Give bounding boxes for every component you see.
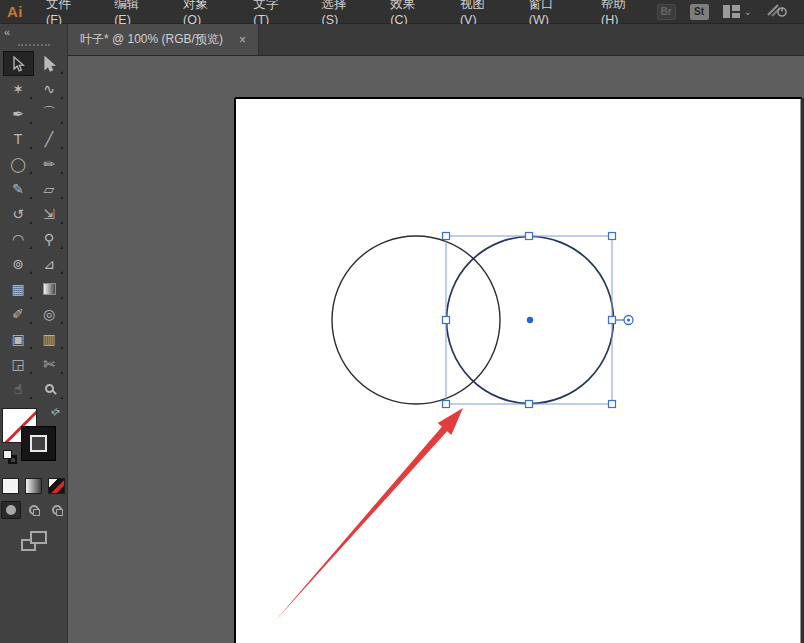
swap-fill-stroke-icon[interactable]: ⇆ bbox=[48, 405, 62, 419]
fill-stroke-widget: ⇆ bbox=[0, 408, 68, 468]
sync-status-icon[interactable] bbox=[766, 2, 788, 22]
rotate-tool[interactable]: ↺ bbox=[3, 201, 34, 226]
mesh-tool[interactable]: ▦ bbox=[3, 276, 34, 301]
selection-center-point[interactable] bbox=[527, 317, 533, 323]
document-tab-bar: 叶子* @ 100% (RGB/预览) × bbox=[68, 24, 804, 56]
perspective-grid-tool[interactable]: ⊿ bbox=[34, 251, 65, 276]
menu-item-6[interactable]: 视图(V) bbox=[446, 0, 515, 23]
drawing-modes-row bbox=[0, 501, 67, 519]
menu-bar: Ai 文件(F)编辑(E)对象(O)文字(T)选择(S)效果(C)视图(V)窗口… bbox=[0, 0, 804, 24]
draw-behind-mode[interactable] bbox=[24, 501, 44, 519]
selection-handle-3[interactable] bbox=[443, 317, 450, 324]
menu-items: 文件(F)编辑(E)对象(O)文字(T)选择(S)效果(C)视图(V)窗口(W)… bbox=[32, 0, 657, 23]
live-shape-widget-dot bbox=[627, 318, 630, 321]
illustrator-window: Ai 文件(F)编辑(E)对象(O)文字(T)选择(S)效果(C)视图(V)窗口… bbox=[0, 0, 804, 643]
selection-tool[interactable] bbox=[3, 51, 34, 76]
none-button[interactable] bbox=[48, 478, 65, 494]
color-button[interactable] bbox=[2, 478, 19, 494]
right-edge-strip bbox=[801, 98, 804, 643]
type-tool[interactable]: T bbox=[3, 126, 34, 151]
ellipse-tool[interactable]: ◯ bbox=[3, 151, 34, 176]
paintbrush-tool[interactable]: ✏ bbox=[34, 151, 65, 176]
document-tab[interactable]: 叶子* @ 100% (RGB/预览) × bbox=[68, 24, 259, 55]
menubar-right-icons: Br St ⌄ bbox=[657, 2, 804, 22]
eraser-tool[interactable]: ▱ bbox=[34, 176, 65, 201]
puppet-warp-tool[interactable]: ⚲ bbox=[34, 226, 65, 251]
chevron-down-icon: ⌄ bbox=[744, 6, 752, 17]
lasso-tool[interactable]: ∿ bbox=[34, 76, 65, 101]
selection-handle-2[interactable] bbox=[609, 233, 616, 240]
draw-inside-mode[interactable] bbox=[47, 501, 67, 519]
selection-handle-5[interactable] bbox=[443, 401, 450, 408]
workspace-layout-icon bbox=[723, 5, 740, 18]
menu-item-8[interactable]: 帮助(H) bbox=[587, 0, 657, 23]
line-segment-tool[interactable]: ╱ bbox=[34, 126, 65, 151]
pen-tool[interactable]: ✒ bbox=[3, 101, 34, 126]
zoom-tool[interactable] bbox=[34, 376, 65, 401]
selection-handle-4[interactable] bbox=[609, 317, 616, 324]
tools-grid: ✶∿✒⌒T╱◯✏✎▱↺⇲◠⚲⊚⊿▦✐◎▣▥◲✄☝ bbox=[0, 51, 67, 401]
shape-builder-tool[interactable]: ⊚ bbox=[3, 251, 34, 276]
slice-tool[interactable]: ✄ bbox=[34, 351, 65, 376]
gradient-button[interactable] bbox=[25, 478, 42, 494]
stroke-color-swatch[interactable] bbox=[21, 426, 56, 461]
pencil-tool[interactable]: ✎ bbox=[3, 176, 34, 201]
curvature-tool[interactable]: ⌒ bbox=[34, 101, 65, 126]
color-buttons-row bbox=[0, 478, 67, 494]
blend-tool[interactable]: ◎ bbox=[34, 301, 65, 326]
collapse-panel-button[interactable]: « bbox=[0, 24, 67, 38]
width-tool[interactable]: ◠ bbox=[3, 226, 34, 251]
screen-mode-button[interactable] bbox=[21, 531, 47, 551]
workspace-switcher[interactable]: ⌄ bbox=[723, 5, 752, 18]
draw-normal-mode[interactable] bbox=[1, 501, 21, 519]
eyedropper-tool[interactable]: ✐ bbox=[3, 301, 34, 326]
default-fill-stroke-icon[interactable] bbox=[3, 450, 17, 464]
artboard[interactable] bbox=[235, 98, 802, 643]
menu-item-0[interactable]: 文件(F) bbox=[32, 0, 100, 23]
artboard-tool[interactable]: ◲ bbox=[3, 351, 34, 376]
selection-handle-0[interactable] bbox=[443, 233, 450, 240]
selection-handle-7[interactable] bbox=[609, 401, 616, 408]
stock-button[interactable]: St bbox=[690, 4, 709, 20]
selection-handle-6[interactable] bbox=[526, 401, 533, 408]
menu-item-4[interactable]: 选择(S) bbox=[307, 0, 376, 23]
selection-handle-1[interactable] bbox=[526, 233, 533, 240]
tab-close-icon[interactable]: × bbox=[239, 33, 246, 47]
column-graph-tool[interactable]: ▥ bbox=[34, 326, 65, 351]
app-logo: Ai bbox=[0, 3, 32, 20]
symbol-sprayer-tool[interactable]: ▣ bbox=[3, 326, 34, 351]
menu-item-5[interactable]: 效果(C) bbox=[376, 0, 446, 23]
hand-tool[interactable]: ☝ bbox=[3, 376, 34, 401]
canvas-area[interactable] bbox=[68, 56, 804, 643]
magic-wand-tool[interactable]: ✶ bbox=[3, 76, 34, 101]
bridge-button[interactable]: Br bbox=[657, 4, 676, 20]
tools-panel: « ✶∿✒⌒T╱◯✏✎▱↺⇲◠⚲⊚⊿▦✐◎▣▥◲✄☝ ⇆ bbox=[0, 24, 68, 643]
menu-item-3[interactable]: 文字(T) bbox=[239, 0, 307, 23]
panel-grip[interactable] bbox=[18, 44, 50, 47]
menu-item-2[interactable]: 对象(O) bbox=[169, 0, 239, 23]
gradient-tool[interactable] bbox=[34, 276, 65, 301]
menu-item-7[interactable]: 窗口(W) bbox=[515, 0, 587, 23]
direct-selection-tool[interactable] bbox=[34, 51, 65, 76]
document-tab-title: 叶子* @ 100% (RGB/预览) bbox=[80, 31, 223, 48]
scale-tool[interactable]: ⇲ bbox=[34, 201, 65, 226]
menu-item-1[interactable]: 编辑(E) bbox=[100, 0, 169, 23]
